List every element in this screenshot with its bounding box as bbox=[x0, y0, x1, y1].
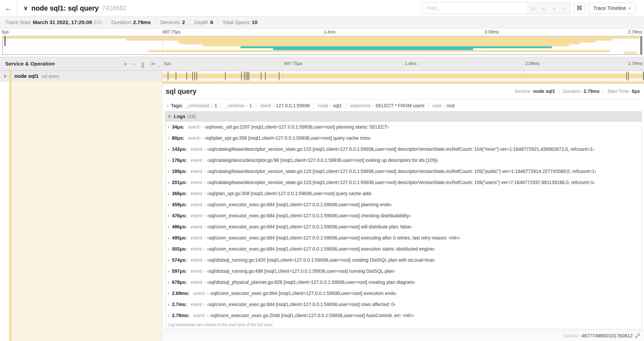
log-row[interactable]: ›2.79ms:event=‹sql/conn_executor_exec.go… bbox=[165, 310, 642, 320]
minimap-scrub-handle-right[interactable] bbox=[640, 36, 642, 54]
log-expand-icon[interactable]: › bbox=[168, 224, 169, 229]
expand-one-icon[interactable]: › bbox=[133, 61, 135, 66]
log-row[interactable]: ›502μs:event=‹sql/conn_executor_exec.go:… bbox=[165, 243, 642, 254]
tag-value: 127.0.0.1:59936 bbox=[276, 103, 310, 109]
time-tick-label: 1.4ms bbox=[403, 61, 417, 66]
summary-item-value: March 31 2022, 17:25:09 bbox=[33, 20, 92, 25]
log-row[interactable]: ›189μs:event=‹sql/catalog/lease/descript… bbox=[165, 166, 642, 177]
back-button[interactable]: ← bbox=[0, 0, 16, 16]
log-expand-icon[interactable]: › bbox=[168, 202, 169, 207]
expanded-span-background bbox=[12, 82, 162, 341]
log-expand-icon[interactable]: › bbox=[168, 136, 169, 141]
detail-divider bbox=[166, 99, 640, 99]
summary-item: Depth6 bbox=[194, 20, 213, 25]
log-field-label: event bbox=[190, 246, 202, 252]
log-time: 2.69ms: bbox=[172, 291, 190, 296]
log-expand-icon[interactable]: › bbox=[168, 180, 169, 185]
log-equals: = bbox=[204, 158, 206, 163]
log-value: ‹sql/plan_opt.go:358 [nsql1,client=127.0… bbox=[207, 191, 372, 196]
event-tick bbox=[176, 72, 176, 80]
log-row[interactable]: ›366μs:event=‹sql/plan_opt.go:358 [nsql1… bbox=[165, 188, 642, 199]
minimap-span-bar bbox=[148, 50, 610, 52]
log-expand-icon[interactable]: › bbox=[168, 213, 169, 218]
log-expand-icon[interactable]: › bbox=[168, 125, 169, 130]
log-field-label: event bbox=[190, 213, 202, 218]
trace-title-group: ∨ node sql1: sql query 7418682 bbox=[24, 4, 422, 12]
meta-value: 2.79ms bbox=[584, 89, 600, 94]
log-expand-icon[interactable]: › bbox=[168, 313, 169, 318]
log-row[interactable]: ›201μs:event=‹sql/catalog/lease/descript… bbox=[165, 177, 642, 188]
log-expand-icon[interactable]: › bbox=[168, 280, 169, 285]
detail-footer: SpanID: 4877749850101760812 bbox=[162, 330, 644, 341]
log-row[interactable]: ›142μs:event=‹sql/catalog/lease/descript… bbox=[165, 144, 642, 155]
view-selector-button[interactable]: Trace Timeline ∨ bbox=[588, 3, 636, 14]
log-field-label: event bbox=[188, 124, 200, 130]
log-row[interactable]: ›459μs:event=‹sql/conn_executor_exec.go:… bbox=[165, 199, 642, 210]
expand-all-icon[interactable]: ≫ bbox=[150, 61, 156, 66]
keyboard-shortcuts-button[interactable]: ⌘ bbox=[574, 3, 585, 14]
collapse-all-icon[interactable]: ∨∨ bbox=[141, 61, 145, 67]
logs-count: (18) bbox=[188, 114, 196, 119]
minimap-scrub-handle-left[interactable] bbox=[4, 36, 6, 46]
log-row[interactable]: ›574μs:event=‹sql/distsql_running.go:142… bbox=[165, 254, 642, 266]
span-collapse-icon[interactable]: ∨ bbox=[4, 74, 7, 79]
log-row[interactable]: ›176μs:event=‹sql/catalog/descs/descript… bbox=[165, 155, 642, 166]
log-expand-icon[interactable]: › bbox=[168, 291, 169, 296]
log-row[interactable]: ›2.7ms:event=‹sql/conn_executor_exec.go:… bbox=[165, 299, 642, 310]
find-next-icon[interactable]: ∨ bbox=[549, 3, 560, 14]
find-clear-icon[interactable]: × bbox=[560, 3, 570, 14]
logs-collapse-icon[interactable]: ∨ bbox=[168, 114, 171, 119]
tags-row[interactable]: › Tags: _unfinished=1_verbose=1client=12… bbox=[166, 101, 640, 111]
event-tick bbox=[626, 72, 627, 80]
summary-item-value: 6 bbox=[210, 20, 213, 25]
log-time: 502μs: bbox=[172, 246, 187, 252]
log-expand-icon[interactable]: › bbox=[168, 158, 169, 163]
log-value: ‹sql/conn_executor_exec.go:2046 [nsql1,c… bbox=[210, 313, 414, 318]
minimap-canvas[interactable] bbox=[2, 36, 642, 55]
log-equals: = bbox=[204, 225, 206, 229]
summary-divider bbox=[190, 20, 190, 25]
log-value: ‹sql/catalog/descs/descriptor.go:98 [nsq… bbox=[207, 158, 438, 163]
span-service-name: node sql1 bbox=[14, 73, 38, 79]
log-row[interactable]: ›495μs:event=‹sql/conn_executor_exec.go:… bbox=[165, 232, 642, 243]
log-row[interactable]: ›80μs:event=‹sql/plan_opt.go:358 [nsql1,… bbox=[165, 133, 642, 144]
find-prev-icon[interactable]: ∧ bbox=[538, 3, 549, 14]
span-id-value: 4877749850101760812 bbox=[581, 333, 632, 338]
log-value: ‹sql/conn_executor_exec.go:684 [nsql1,cl… bbox=[207, 202, 392, 207]
trace-minimap: 0μs697.75μs1.4ms2.09ms2.79ms bbox=[0, 29, 644, 57]
log-field-label: event bbox=[190, 180, 202, 185]
tags-expand-icon[interactable]: › bbox=[167, 103, 168, 109]
log-expand-icon[interactable]: › bbox=[168, 235, 169, 240]
log-equals: = bbox=[204, 169, 206, 174]
log-expand-icon[interactable]: › bbox=[168, 191, 169, 196]
log-expand-icon[interactable]: › bbox=[168, 169, 169, 174]
trace-collapse-icon[interactable]: ∨ bbox=[24, 5, 28, 12]
log-row[interactable]: ›476μs:event=‹sql/conn_executor_exec.go:… bbox=[165, 210, 642, 221]
summary-item: Duration2.79ms bbox=[112, 20, 151, 25]
find-input[interactable] bbox=[422, 3, 528, 14]
log-equals: = bbox=[206, 313, 208, 318]
span-operation-name: sql query bbox=[42, 74, 59, 79]
deep-link-icon[interactable] bbox=[635, 333, 640, 338]
log-expand-icon[interactable]: › bbox=[168, 302, 169, 307]
summary-item: Total Spans10 bbox=[222, 20, 258, 25]
span-row-timeline[interactable] bbox=[162, 71, 644, 82]
tag-key: _verbose bbox=[225, 103, 244, 109]
find-target-icon[interactable]: ◎ bbox=[528, 3, 538, 14]
log-expand-icon[interactable]: › bbox=[168, 269, 169, 274]
tag-equals: = bbox=[372, 104, 374, 108]
log-expand-icon[interactable]: › bbox=[168, 247, 169, 252]
tag-item: client=127.0.0.1:59936 bbox=[260, 103, 310, 109]
log-row[interactable]: ›2.69ms:event=‹sql/conn_executor_exec.go… bbox=[165, 288, 642, 299]
collapse-one-icon[interactable]: ∨ bbox=[124, 61, 128, 66]
log-time: 597μs: bbox=[172, 269, 187, 274]
log-row[interactable]: ›678μs:event=‹sql/distsql_physical_plann… bbox=[165, 277, 642, 288]
log-expand-icon[interactable]: › bbox=[168, 147, 169, 152]
log-row[interactable]: ›597μs:event=‹sql/distsql_running.go:498… bbox=[165, 266, 642, 277]
log-expand-icon[interactable]: › bbox=[168, 258, 169, 263]
column-resize-grip[interactable]: ‖ bbox=[158, 64, 160, 70]
span-row-service[interactable]: ∨ node sql1 sql query bbox=[0, 71, 162, 82]
log-row[interactable]: ›486μs:event=‹sql/conn_executor_exec.go:… bbox=[165, 221, 642, 232]
log-row[interactable]: ›34μs:event=‹sql/exec_util.go:2297 [nsql… bbox=[165, 121, 642, 133]
logs-header[interactable]: ∨ Logs (18) bbox=[165, 112, 642, 121]
